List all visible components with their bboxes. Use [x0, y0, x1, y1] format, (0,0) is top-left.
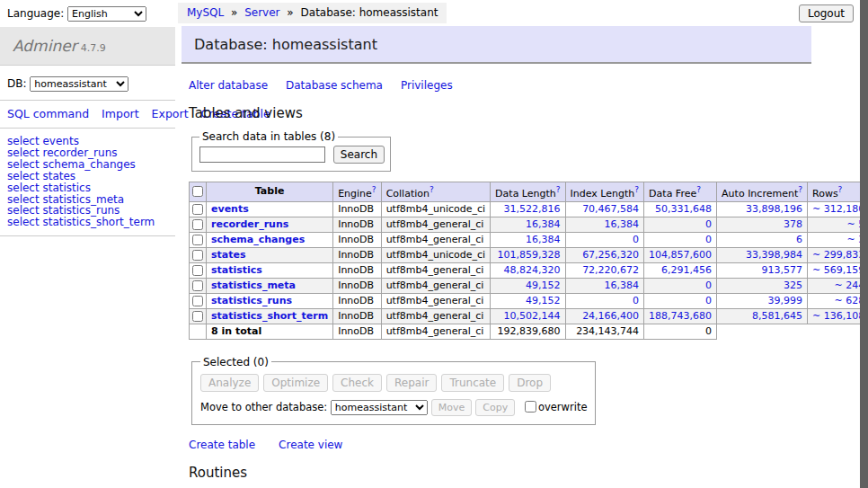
- table-link-statistics[interactable]: statistics: [211, 264, 262, 276]
- search-button[interactable]: Search: [333, 146, 385, 164]
- move-db-select[interactable]: homeassistant: [331, 400, 428, 415]
- rows-estimate-link[interactable]: ~ 312,180: [812, 203, 864, 215]
- data-free-link[interactable]: 104,857,600: [649, 249, 712, 261]
- sidebar-item-select-statistics-short-term[interactable]: select statistics_short_term: [7, 217, 168, 228]
- repair-button[interactable]: Repair: [386, 374, 437, 392]
- check-button[interactable]: Check: [332, 374, 382, 392]
- column-help-link[interactable]: ?: [696, 185, 701, 194]
- row-checkbox[interactable]: [192, 250, 203, 261]
- index-length-link[interactable]: 72,220,672: [582, 264, 639, 276]
- index-length-link[interactable]: 16,384: [605, 279, 640, 291]
- drop-button[interactable]: Drop: [509, 374, 551, 392]
- row-checkbox[interactable]: [192, 219, 203, 230]
- search-input[interactable]: [199, 146, 325, 163]
- sidebar-action-sql-command[interactable]: SQL command: [7, 107, 89, 120]
- auto-increment-link[interactable]: 325: [784, 279, 802, 291]
- auto-increment-link[interactable]: 8,581,645: [752, 310, 802, 322]
- auto-increment-link[interactable]: 33,898,196: [746, 203, 802, 215]
- link-privileges[interactable]: Privileges: [401, 79, 453, 92]
- row-select-cell: [190, 232, 207, 247]
- row-checkbox[interactable]: [192, 280, 203, 291]
- index-length-link[interactable]: 24,166,400: [582, 310, 639, 322]
- data-free-link[interactable]: 0: [705, 279, 712, 291]
- data-free-link[interactable]: 50,331,648: [655, 203, 712, 215]
- app-version: 4.7.9: [81, 42, 106, 54]
- table-link-events[interactable]: events: [211, 203, 249, 215]
- breadcrumb-item-server[interactable]: Server: [244, 6, 279, 19]
- link-create-table[interactable]: Create table: [189, 439, 255, 451]
- row-checkbox[interactable]: [192, 296, 203, 306]
- overwrite-checkbox[interactable]: [525, 401, 536, 413]
- index-length-link[interactable]: 67,256,320: [582, 249, 639, 261]
- row-checkbox[interactable]: [192, 204, 203, 215]
- analyze-button[interactable]: Analyze: [200, 374, 259, 392]
- data-length-link[interactable]: 48,824,320: [504, 264, 561, 276]
- data-free-link[interactable]: 0: [705, 218, 712, 230]
- index-length-link[interactable]: 16,384: [605, 218, 640, 230]
- breadcrumb-item-mysql[interactable]: MySQL: [187, 6, 224, 19]
- db-select[interactable]: homeassistant: [30, 76, 128, 92]
- optimize-button[interactable]: Optimize: [263, 374, 328, 392]
- sidebar-item-select-states[interactable]: select states: [7, 171, 168, 182]
- column-help-link[interactable]: ?: [556, 185, 561, 194]
- data-length-link[interactable]: 16,384: [526, 218, 561, 230]
- truncate-button[interactable]: Truncate: [441, 374, 504, 392]
- column-help-link[interactable]: ?: [838, 185, 843, 194]
- auto-increment-link[interactable]: 39,999: [768, 295, 803, 306]
- index-length-link[interactable]: 0: [633, 295, 639, 306]
- column-help-link[interactable]: ?: [798, 185, 802, 194]
- row-select-cell: [190, 217, 207, 232]
- select-all-checkbox[interactable]: [192, 186, 203, 197]
- auto-increment-link[interactable]: 33,398,984: [746, 249, 802, 261]
- main-content: MySQL » Server » Database: homeassistant…: [175, 0, 860, 488]
- index-length-link[interactable]: 70,467,584: [582, 203, 639, 215]
- data-free-link[interactable]: 0: [705, 295, 712, 306]
- copy-button[interactable]: Copy: [475, 399, 515, 416]
- logout-button[interactable]: Logout: [799, 4, 854, 22]
- table-link-schema-changes[interactable]: schema_changes: [211, 234, 305, 245]
- sidebar-action-import[interactable]: Import: [102, 107, 139, 120]
- data-length-link[interactable]: 101,859,328: [498, 249, 561, 261]
- row-checkbox[interactable]: [192, 265, 203, 276]
- routines-heading: Routines: [189, 465, 860, 481]
- column-help-link[interactable]: ?: [430, 185, 434, 194]
- data-length-link[interactable]: 31,522,816: [504, 203, 561, 215]
- sidebar-item-select-recorder-runs[interactable]: select recorder_runs: [7, 147, 168, 159]
- table-link-statistics-runs[interactable]: statistics_runs: [211, 295, 292, 306]
- data-length-link[interactable]: 49,152: [526, 279, 561, 291]
- rows-estimate-link[interactable]: ~ 299,833: [812, 249, 864, 261]
- move-button[interactable]: Move: [431, 399, 473, 416]
- table-link-states[interactable]: states: [211, 249, 246, 261]
- rows-estimate-link[interactable]: ~ 136,108: [812, 310, 864, 322]
- table-link-recorder-runs[interactable]: recorder_runs: [211, 218, 288, 230]
- link-alter-database[interactable]: Alter database: [189, 79, 268, 92]
- auto-increment-link[interactable]: 378: [784, 218, 802, 230]
- sidebar-item-select-statistics[interactable]: select statistics: [7, 182, 168, 194]
- data-length-link[interactable]: 16,384: [526, 234, 561, 245]
- table-link-statistics-short-term[interactable]: statistics_short_term: [211, 310, 328, 322]
- sidebar-item-select-schema-changes[interactable]: select schema_changes: [7, 159, 168, 171]
- data-free-link[interactable]: 0: [705, 234, 712, 245]
- ghost-cell: [717, 324, 808, 339]
- index-length-link[interactable]: 0: [633, 234, 639, 245]
- data-free-link[interactable]: 188,743,680: [649, 310, 712, 322]
- app-name: Adminer: [13, 37, 77, 55]
- column-help-link[interactable]: ?: [634, 185, 639, 194]
- column-header-auto-increment: Auto Increment?: [717, 182, 808, 202]
- data-length-link[interactable]: 49,152: [526, 295, 561, 306]
- link-create-view[interactable]: Create view: [279, 439, 342, 451]
- sidebar-item-select-events[interactable]: select events: [7, 136, 168, 147]
- row-checkbox[interactable]: [192, 235, 203, 245]
- data-free-link[interactable]: 6,291,456: [661, 264, 712, 276]
- vertical-scrollbar[interactable]: [860, 0, 868, 488]
- table-link-statistics-meta[interactable]: statistics_meta: [211, 279, 296, 291]
- rows-estimate-link[interactable]: ~ 569,159: [812, 264, 864, 276]
- engine-cell: InnoDB: [333, 217, 381, 232]
- language-select[interactable]: English: [67, 6, 146, 22]
- column-help-link[interactable]: ?: [372, 185, 376, 194]
- row-checkbox[interactable]: [192, 311, 203, 322]
- auto-increment-link[interactable]: 6: [796, 234, 802, 245]
- auto-increment-link[interactable]: 913,577: [762, 264, 803, 276]
- data-length-link[interactable]: 10,502,144: [504, 310, 561, 322]
- link-database-schema[interactable]: Database schema: [286, 79, 383, 92]
